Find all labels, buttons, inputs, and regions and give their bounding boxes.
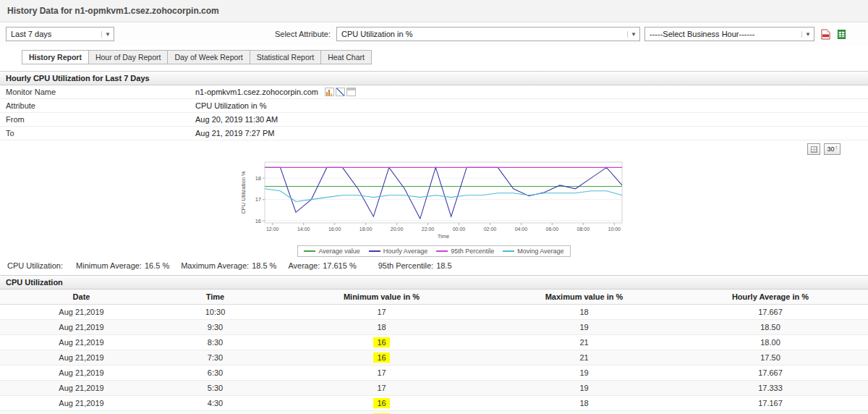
legend-label: 95th Percentile (451, 248, 494, 255)
toolbar: Last 7 days ▼ Select Attribute: CPU Util… (0, 22, 868, 46)
svg-text:00:00: 00:00 (453, 227, 466, 232)
column-header-date: Date (0, 290, 163, 305)
table-row: Aug 21,20199:30181918.50 (0, 320, 868, 335)
svg-text:18:00: 18:00 (359, 227, 373, 232)
table-cell: 17.50 (673, 411, 868, 414)
last-30-points-button[interactable]: 30↑ (824, 143, 841, 155)
table-cell: 19 (495, 381, 673, 396)
tab-bar: History ReportHour of Day ReportDay of W… (0, 46, 868, 64)
table-cell: 17.667 (673, 366, 868, 381)
stat-value: 17.615 % (323, 261, 356, 270)
info-label: Monitor Name (0, 85, 195, 98)
legend-item: Average value (304, 248, 359, 255)
info-row: ToAug 21, 2019 7:27 PM (0, 127, 868, 140)
info-value-text: n1-opmkvm1.csez.zohocorpin.com (195, 88, 318, 96)
svg-text:08:00: 08:00 (577, 227, 590, 232)
table-cell: 16 (268, 335, 495, 350)
bar-chart-icon[interactable] (325, 88, 334, 96)
pdf-export-icon[interactable] (821, 29, 830, 40)
info-label: Attribute (0, 99, 195, 112)
table-row: Aug 21,20198:30162118.00 (0, 335, 868, 350)
period-select-value: Last 7 days (11, 30, 51, 38)
table-cell: Aug 21,2019 (0, 305, 163, 320)
chart-center: 16171812:0014:0016:0018:0020:0022:0000:0… (0, 156, 868, 257)
table-cell: Aug 21,2019 (0, 381, 163, 396)
info-value: n1-opmkvm1.csez.zohocorpin.com (195, 85, 356, 98)
svg-text:04:00: 04:00 (515, 227, 528, 232)
info-value: Aug 21, 2019 7:27 PM (195, 127, 274, 140)
highlighted-value: 16 (373, 352, 389, 363)
line-graph-icon[interactable] (336, 88, 345, 96)
table-cell: Aug 21,2019 (0, 335, 163, 350)
legend-line-sample (369, 250, 380, 252)
legend-line-sample (304, 250, 315, 252)
svg-text:CPU Utilization %: CPU Utilization % (240, 171, 247, 214)
chevron-down-icon: ▼ (801, 31, 811, 38)
stat-item: Average:17.615 % (288, 261, 356, 270)
stat-item: Minimum Average:16.5 % (76, 261, 169, 270)
grid-view-button[interactable] (807, 143, 820, 155)
svg-text:16: 16 (255, 218, 261, 224)
highlighted-value: 16 (373, 337, 389, 347)
table-cell: 17.333 (673, 381, 868, 396)
table-cell: 10:30 (163, 305, 268, 320)
legend-label: Hourly Average (383, 248, 427, 255)
table-cell: 17 (268, 305, 495, 320)
business-hour-select[interactable]: -----Select Business Hour------ ▼ (644, 27, 814, 41)
table-cell: 16 (268, 396, 495, 411)
period-select[interactable]: Last 7 days ▼ (6, 27, 114, 41)
column-header-minimum-value-in-: Minimum value in % (268, 290, 495, 305)
chevron-down-icon: ▼ (627, 31, 637, 38)
table-row: Aug 21,20193:30162217.50 (0, 411, 868, 414)
tab-day-of-week-report[interactable]: Day of Week Report (167, 50, 250, 64)
info-label: From (0, 113, 195, 126)
table-cell: 18.50 (673, 320, 868, 335)
svg-text:02:00: 02:00 (484, 227, 497, 232)
info-row: AttributeCPU Utilization in % (0, 99, 868, 113)
tab-hour-of-day-report[interactable]: Hour of Day Report (88, 50, 168, 64)
tab-heat-chart[interactable]: Heat Chart (320, 50, 372, 64)
stats-prefix: CPU Utilization: (7, 261, 63, 270)
svg-text:18: 18 (255, 175, 261, 182)
table-cell: 19 (495, 320, 673, 335)
table-cell: 17 (268, 381, 495, 396)
table-cell: 22 (495, 411, 673, 414)
csv-export-icon[interactable] (837, 29, 846, 40)
highlighted-value: 16 (373, 398, 389, 408)
table-header-row: DateTimeMinimum value in %Maximum value … (0, 290, 868, 305)
table-cell: 4:30 (163, 396, 268, 411)
table-cell: 18.00 (673, 335, 868, 350)
column-header-hourly-average-in-: Hourly Average in % (673, 290, 868, 305)
table-cell: 5:30 (163, 381, 268, 396)
tab-history-report[interactable]: History Report (22, 50, 89, 64)
business-hour-select-value: -----Select Business Hour------ (650, 30, 754, 38)
history-chart: 16171812:0014:0016:0018:0020:0022:0000:0… (239, 156, 629, 245)
table-cell: 18 (495, 305, 673, 320)
stat-item: Maximum Average:18.5 % (181, 261, 276, 270)
stat-value: 18.5 (436, 261, 451, 270)
legend-item: 95th Percentile (436, 248, 494, 255)
info-row: Monitor Namen1-opmkvm1.csez.zohocorpin.c… (0, 85, 868, 99)
info-value-text: Aug 21, 2019 7:27 PM (195, 129, 274, 138)
svg-text:Time: Time (438, 233, 449, 240)
stat-label: 95th Percentile: (378, 261, 433, 270)
monitor-action-icons (325, 88, 356, 96)
tab-statistical-report[interactable]: Statistical Report (250, 50, 321, 64)
column-header-time: Time (163, 290, 268, 305)
cpu-table-body: Aug 21,201910:30171817.667Aug 21,20199:3… (0, 305, 868, 414)
popup-window-icon[interactable] (346, 88, 356, 96)
info-row: FromAug 20, 2019 11:30 AM (0, 113, 868, 127)
arrow-up-icon: ↑ (835, 145, 838, 150)
table-cell: 17 (268, 366, 495, 381)
table-row: Aug 21,20194:30161817.167 (0, 396, 868, 411)
select-attribute-label: Select Attribute: (275, 30, 331, 38)
attribute-select[interactable]: CPU Utilization in % ▼ (336, 27, 640, 41)
chart-legend: Average valueHourly Average95th Percenti… (297, 245, 570, 257)
report-section-title: Hourly CPU Utilization for Last 7 Days (0, 71, 868, 85)
table-cell: Aug 21,2019 (0, 396, 163, 411)
chart-controls: 30↑ (0, 143, 868, 156)
info-value: Aug 20, 2019 11:30 AM (195, 113, 278, 126)
stat-value: 18.5 % (252, 261, 276, 270)
svg-text:16:00: 16:00 (328, 227, 341, 232)
table-cell: 19 (495, 366, 673, 381)
